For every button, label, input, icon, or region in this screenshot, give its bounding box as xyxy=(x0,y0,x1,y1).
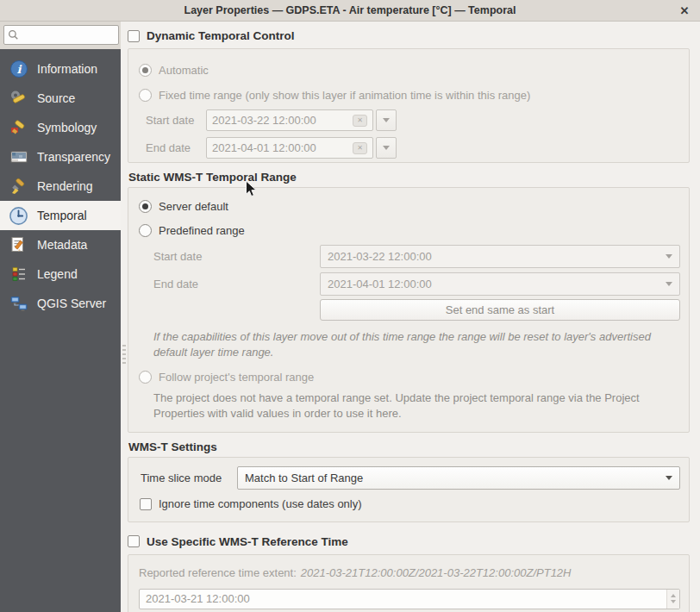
dynamic-temporal-control-group: Automatic Fixed time range (only show th… xyxy=(128,48,690,163)
wmst-settings-group: Time slice mode Match to Start of Range … xyxy=(128,457,690,522)
temporal-icon xyxy=(8,205,29,226)
sidebar-item-label: Legend xyxy=(37,267,78,281)
information-icon: i xyxy=(8,59,29,79)
end-datetime-field[interactable]: 2021-04-01 12:00:00 ✕ xyxy=(206,137,373,159)
automatic-radio[interactable] xyxy=(139,64,152,77)
reference-time-value: 2021-03-21 12:00:00 xyxy=(140,590,666,609)
clear-icon[interactable]: ✕ xyxy=(353,142,367,154)
spin-up-icon xyxy=(671,594,676,597)
clear-icon[interactable]: ✕ xyxy=(353,115,367,127)
dynamic-temporal-control-label: Dynamic Temporal Control xyxy=(147,29,295,42)
static-end-date-value: 2021-04-01 12:00:00 xyxy=(328,278,432,290)
sidebar-item-label: Transparency xyxy=(37,150,110,164)
set-end-same-as-start-button[interactable]: Set end same as start xyxy=(320,299,680,321)
dialog-title: Layer Properties — GDPS.ETA - Air temper… xyxy=(184,4,516,16)
capabilities-note: If the capabilities of this layer move o… xyxy=(153,329,675,360)
temporal-settings-panel: Dynamic Temporal Control Automatic Fixed… xyxy=(121,22,700,612)
static-wmst-temporal-range-group: Server default Predefined range Start da… xyxy=(128,187,690,433)
source-icon xyxy=(8,88,29,109)
static-wmst-temporal-range-heading: Static WMS-T Temporal Range xyxy=(128,171,690,184)
transparency-icon xyxy=(8,147,29,167)
use-specific-reference-time-checkbox[interactable] xyxy=(128,535,140,547)
static-start-date-value: 2021-03-22 12:00:00 xyxy=(328,250,432,263)
sidebar: i Information Source xyxy=(0,22,121,612)
project-range-note: The project does not have a temporal ran… xyxy=(153,390,653,422)
reference-time-input[interactable]: 2021-03-21 12:00:00 xyxy=(139,589,680,609)
splitter-grip[interactable] xyxy=(122,345,126,364)
ignore-time-components-label: Ignore time components (use dates only) xyxy=(159,497,362,510)
dynamic-temporal-control-checkbox[interactable] xyxy=(128,30,140,42)
symbology-icon xyxy=(8,117,29,138)
search-input[interactable] xyxy=(3,25,119,45)
fixed-time-range-radio[interactable] xyxy=(139,89,152,102)
sidebar-item-label: Source xyxy=(37,91,75,105)
sidebar-item-temporal[interactable]: Temporal xyxy=(0,201,121,230)
static-end-date-label: End date xyxy=(139,278,320,290)
dynamic-temporal-control-header: Dynamic Temporal Control xyxy=(128,23,690,48)
rendering-icon xyxy=(8,176,29,197)
static-start-date-combo[interactable]: 2021-03-22 12:00:00 xyxy=(320,245,680,268)
chevron-down-icon xyxy=(666,282,672,286)
sidebar-item-metadata[interactable]: Metadata xyxy=(0,230,121,259)
reported-extent-value: 2021-03-21T12:00:00Z/2021-03-22T12:00:00… xyxy=(301,566,572,579)
start-date-label: Start date xyxy=(146,114,206,127)
server-default-label: Server default xyxy=(159,200,228,213)
reported-extent-label: Reported reference time extent: xyxy=(139,566,297,579)
sidebar-nav: i Information Source xyxy=(0,49,121,318)
start-datetime-field[interactable]: 2021-03-22 12:00:00 ✕ xyxy=(206,109,373,131)
legend-icon xyxy=(8,264,29,284)
sidebar-item-label: Symbology xyxy=(37,121,97,134)
spinner-buttons[interactable] xyxy=(666,590,679,609)
use-specific-reference-time-label: Use Specific WMS-T Reference Time xyxy=(147,535,348,548)
end-date-label: End date xyxy=(146,141,206,154)
start-datetime-dropdown-button[interactable] xyxy=(376,109,397,131)
mouse-cursor xyxy=(245,180,259,199)
reference-time-group: Reported reference time extent: 2021-03-… xyxy=(128,554,690,612)
chevron-down-icon xyxy=(666,254,672,259)
start-datetime-value: 2021-03-22 12:00:00 xyxy=(212,114,316,127)
fixed-time-range-label: Fixed time range (only show this layer i… xyxy=(159,89,530,102)
end-datetime-dropdown-button[interactable] xyxy=(376,137,397,159)
time-slice-mode-combo[interactable]: Match to Start of Range xyxy=(237,466,680,490)
metadata-icon xyxy=(8,234,29,255)
sidebar-item-label: Temporal xyxy=(37,209,87,222)
static-start-date-label: Start date xyxy=(139,250,320,263)
search-icon xyxy=(8,29,19,41)
sidebar-item-label: QGIS Server xyxy=(37,297,106,310)
title-bar: Layer Properties — GDPS.ETA - Air temper… xyxy=(0,0,700,22)
predefined-range-radio[interactable] xyxy=(139,224,152,237)
sidebar-item-label: Metadata xyxy=(37,238,87,252)
server-default-radio[interactable] xyxy=(139,200,152,213)
automatic-label: Automatic xyxy=(159,64,209,77)
spin-down-icon xyxy=(671,600,676,603)
static-end-date-combo[interactable]: 2021-04-01 12:00:00 xyxy=(320,272,680,296)
sidebar-item-information[interactable]: i Information xyxy=(0,54,121,84)
follow-project-temporal-range-label: Follow project's temporal range xyxy=(159,371,314,384)
sidebar-item-rendering[interactable]: Rendering xyxy=(0,172,121,201)
ignore-time-components-checkbox[interactable] xyxy=(140,498,152,510)
chevron-down-icon xyxy=(383,118,390,122)
follow-project-temporal-range-radio[interactable] xyxy=(139,371,152,384)
chevron-down-icon xyxy=(666,476,672,480)
chevron-down-icon xyxy=(383,146,390,150)
reference-time-header: Use Specific WMS-T Reference Time xyxy=(128,529,690,554)
sidebar-item-qgis-server[interactable]: QGIS Server xyxy=(0,289,121,318)
sidebar-search-area xyxy=(0,22,121,49)
wmst-settings-heading: WMS-T Settings xyxy=(128,440,690,453)
layer-properties-dialog: Layer Properties — GDPS.ETA - Air temper… xyxy=(0,0,700,612)
time-slice-mode-label: Time slice mode xyxy=(141,471,237,484)
close-icon[interactable]: ✕ xyxy=(677,3,692,18)
time-slice-mode-value: Match to Start of Range xyxy=(245,471,363,484)
sidebar-item-transparency[interactable]: Transparency xyxy=(0,142,121,172)
sidebar-item-symbology[interactable]: Symbology xyxy=(0,113,121,142)
sidebar-item-source[interactable]: Source xyxy=(0,84,121,113)
sidebar-item-legend[interactable]: Legend xyxy=(0,259,121,289)
sidebar-item-label: Rendering xyxy=(37,179,93,193)
sidebar-item-label: Information xyxy=(37,62,97,76)
qgis-server-icon xyxy=(8,293,29,314)
predefined-range-label: Predefined range xyxy=(159,224,245,237)
end-datetime-value: 2021-04-01 12:00:00 xyxy=(212,141,316,154)
